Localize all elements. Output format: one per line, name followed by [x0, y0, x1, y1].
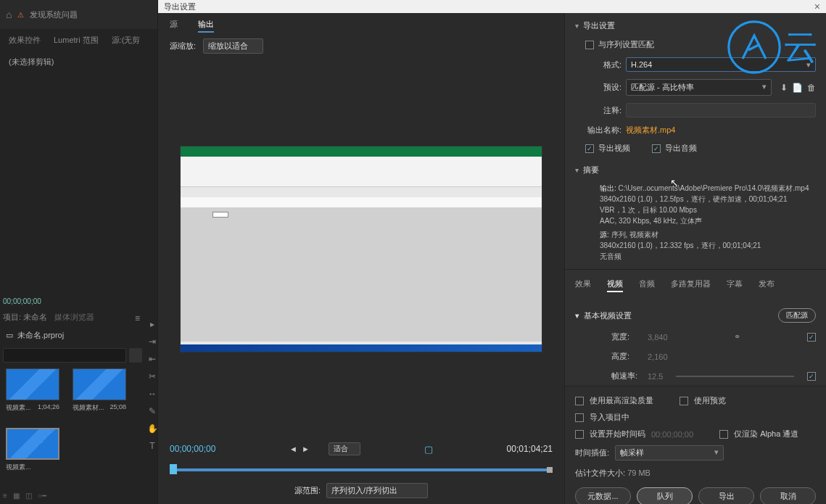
save-preset-icon[interactable]: ⬇ — [780, 83, 788, 93]
project-thumbnails-row2: 视频素... — [6, 428, 59, 472]
step-back-icon[interactable]: ◄ — [289, 445, 297, 453]
summary-header[interactable]: ▾ 摘要 — [565, 157, 826, 180]
tab-media-browser[interactable]: 媒体浏览器 — [54, 312, 94, 323]
range-dropdown[interactable]: 序列切入/序列切出 — [326, 483, 428, 498]
fps-label: 帧速率: — [611, 371, 640, 381]
basic-video-header[interactable]: ▾ 基本视频设置 匹配源 — [575, 304, 816, 327]
project-search-input[interactable] — [3, 348, 126, 363]
clip-thumb-selected[interactable]: 视频素... — [6, 428, 59, 472]
bug-text: 发现系统问题 — [30, 9, 78, 20]
aspect-icon[interactable]: ▢ — [424, 444, 433, 455]
list-view-icon[interactable]: ≡ — [3, 492, 7, 500]
project-view-icons: ≡ ▦ ◫ ○━ — [3, 492, 46, 500]
alpha-only-checkbox[interactable] — [719, 430, 728, 439]
start-timecode-checkbox[interactable] — [575, 430, 584, 439]
bg-timecode: 00;00;00;00 — [3, 297, 41, 305]
match-sequence-checkbox[interactable] — [585, 41, 594, 49]
import-preset-icon[interactable]: 📄 — [792, 83, 803, 93]
export-video-label: 导出视频 — [598, 143, 630, 154]
delete-preset-icon[interactable]: 🗑 — [807, 83, 816, 93]
start-timecode-value: 00;00;00;00 — [651, 430, 693, 439]
timecode-start[interactable]: 00;00;00;00 — [170, 444, 215, 454]
ripple-icon[interactable]: ⇤ — [149, 354, 156, 364]
tab-output[interactable]: 输出 — [198, 19, 214, 33]
thumb-name: 视频素材... — [73, 403, 104, 413]
preset-dropdown[interactable]: 匹配源 - 高比特率 — [626, 79, 772, 96]
summary-out-line3: VBR，1 次，目标 10.00 Mbps — [600, 205, 816, 215]
bug-icon[interactable]: ⚠ — [17, 11, 24, 19]
est-size-value: 79 MB — [627, 468, 651, 477]
background-app: ⌂ ⚠ 发现系统问题 效果控件 Lumetri 范围 源:(无剪 (未选择剪辑)… — [0, 0, 157, 504]
zoom-slider-icon[interactable]: ○━ — [38, 492, 46, 500]
comment-label: 注释: — [585, 105, 621, 116]
alpha-only-label: 仅渲染 Alpha 通道 — [734, 429, 798, 439]
preview-timeline[interactable] — [170, 464, 553, 474]
export-video-checkbox[interactable] — [585, 144, 594, 153]
width-label: 宽度: — [611, 331, 640, 342]
freeform-icon[interactable]: ◫ — [25, 492, 32, 500]
output-name-link[interactable]: 视频素材.mp4 — [626, 125, 675, 136]
clip-thumb[interactable]: 视频素...1;04;26 — [6, 368, 59, 413]
outname-label: 输出名称: — [585, 125, 621, 136]
source-range-row: 源范围: 序列切入/序列切出 — [158, 474, 564, 504]
timeline-out-marker[interactable] — [547, 467, 553, 473]
subtab-captions[interactable]: 字幕 — [727, 278, 743, 292]
subtab-publish[interactable]: 发布 — [759, 278, 775, 292]
panel-menu-icon[interactable]: ≡ — [135, 313, 140, 323]
search-filter-button[interactable] — [129, 348, 142, 363]
no-clip-label: (未选择剪辑) — [0, 51, 157, 73]
thumb-duration: 25;08 — [110, 403, 126, 413]
timeline-playhead[interactable] — [170, 464, 177, 474]
match-sequence-label: 与序列设置匹配 — [598, 39, 654, 50]
subtab-mux[interactable]: 多路复用器 — [671, 278, 711, 292]
dialog-titlebar: 导出设置 × — [158, 0, 826, 13]
home-icon[interactable]: ⌂ — [6, 9, 12, 20]
queue-button[interactable]: 队列 — [637, 487, 693, 504]
estimated-size-row: 估计文件大小: 79 MB — [575, 463, 816, 483]
export-button[interactable]: 导出 — [698, 487, 754, 504]
settings-subtabs: 效果 视频 音频 多路复用器 字幕 发布 — [565, 269, 826, 297]
close-icon[interactable]: × — [814, 1, 820, 12]
type-icon[interactable]: T — [149, 441, 154, 451]
thumb-duration: 1;04;26 — [38, 403, 59, 413]
step-fwd-icon[interactable]: ► — [302, 445, 310, 453]
fit-dropdown[interactable]: 适合 — [329, 442, 360, 455]
subtab-video[interactable]: 视频 — [607, 278, 623, 292]
est-size-label: 估计文件大小: — [575, 468, 625, 477]
import-project-checkbox[interactable] — [575, 413, 584, 422]
match-source-button[interactable]: 匹配源 — [778, 308, 816, 323]
tab-fx-controls[interactable]: 效果控件 — [9, 35, 41, 46]
pen-icon[interactable]: ✎ — [149, 406, 156, 416]
fps-match-checkbox[interactable] — [807, 372, 816, 381]
fps-value[interactable]: 12.5 — [648, 372, 663, 381]
selection-tool-icon[interactable]: ▸ — [150, 319, 154, 329]
icon-view-icon[interactable]: ▦ — [13, 492, 20, 500]
tab-project[interactable]: 项目: 未命名 — [3, 312, 47, 323]
link-dimensions-icon[interactable]: ⚭ — [734, 332, 740, 342]
scale-dropdown[interactable]: 缩放以适合 — [203, 38, 263, 54]
export-settings-header[interactable]: ▾ 导出设置 — [565, 13, 826, 36]
subtab-audio[interactable]: 音频 — [639, 278, 655, 292]
use-preview-checkbox[interactable] — [680, 397, 688, 405]
clip-thumb[interactable]: 视频素材...25;08 — [73, 368, 126, 413]
tab-source[interactable]: 源:(无剪 — [112, 35, 141, 46]
track-select-icon[interactable]: ⇥ — [149, 336, 156, 347]
interp-dropdown[interactable]: 帧采样 — [615, 445, 724, 460]
export-audio-checkbox[interactable] — [652, 144, 661, 153]
tab-lumetri[interactable]: Lumetri 范围 — [54, 35, 99, 46]
width-match-checkbox[interactable] — [807, 333, 816, 342]
razor-icon[interactable]: ✂ — [149, 371, 156, 381]
hand-icon[interactable]: ✋ — [147, 424, 158, 434]
comment-input[interactable] — [626, 103, 816, 117]
dialog-title: 导出设置 — [164, 1, 196, 12]
width-value[interactable]: 3,840 — [648, 333, 668, 342]
slip-icon[interactable]: ↔ — [148, 389, 157, 399]
format-dropdown[interactable]: H.264 — [626, 57, 816, 72]
metadata-button[interactable]: 元数据... — [575, 487, 631, 504]
cancel-button[interactable]: 取消 — [760, 487, 816, 504]
height-value[interactable]: 2,160 — [648, 352, 668, 361]
tab-source[interactable]: 源 — [170, 19, 178, 33]
max-quality-checkbox[interactable] — [575, 397, 584, 405]
subtab-effects[interactable]: 效果 — [575, 278, 591, 292]
project-file-row: ▭ 未命名.prproj — [6, 330, 64, 341]
